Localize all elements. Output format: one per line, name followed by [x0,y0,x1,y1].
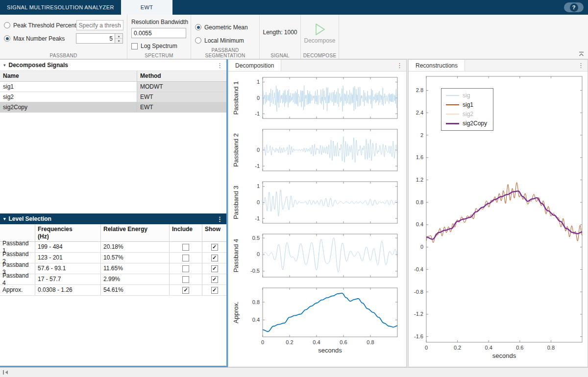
tab-decomposition[interactable]: Decomposition [228,60,281,71]
legend-entry-sig1[interactable]: sig1 [446,101,487,109]
geometric-mean-label: Geometric Mean [204,24,248,31]
legend-line-sample [446,123,459,124]
approx-chart[interactable]: 0.80.400.20.40.60.8secondsApprox. [228,283,406,362]
decompose-section-label: DECOMPOSE [301,53,339,58]
level-energy-cell: 54.61% [101,285,170,295]
signal-row-sig2copy[interactable]: sig2Copy EWT [0,102,226,113]
svg-text:2.8: 2.8 [416,87,423,93]
svg-text:-0.5: -0.5 [250,268,260,274]
signal-method-cell: MODWT [137,82,226,92]
decomposed-signals-panel: ▾ Decomposed Signals ⋮ Name Method sig1 … [0,59,226,366]
svg-text:-0.4: -0.4 [414,266,423,272]
svg-text:0: 0 [257,147,260,153]
tab-reconstructions[interactable]: Reconstructions [409,60,465,71]
reconstructions-chart[interactable]: 2.82.421.61.20.80.40-0.4-0.8-1.2-1.600.2… [409,71,588,367]
signal-name-cell[interactable]: sig2Copy [0,102,137,112]
legend-entry-sig2[interactable]: sig2 [446,110,487,118]
level-selection-title: Level Selection [9,215,51,222]
include-checkbox[interactable] [182,276,189,283]
level-row-passband2[interactable]: Passband 2 123 - 201 10.57% [0,253,226,263]
show-checkbox[interactable] [211,244,218,251]
include-checkbox[interactable] [182,255,189,261]
collapse-triangle-icon[interactable]: ▾ [3,63,6,68]
plot-legend[interactable]: sigsig1sig2sig2Copy [441,88,493,131]
show-checkbox[interactable] [211,276,218,283]
level-table-header: Frequencies (Hz) Relative Energy Include… [0,224,226,242]
svg-text:0: 0 [257,95,260,101]
level-row-passband1[interactable]: Passband 1 199 - 484 20.18% [0,242,226,253]
svg-text:0.8: 0.8 [547,345,555,351]
tab-menu-icon[interactable]: ⋮ [578,62,584,69]
spinner-down-icon[interactable]: ▾ [115,38,122,43]
reconstructions-panel: Reconstructions ⋮ 2.82.421.61.20.80.40-0… [408,59,588,367]
signal-name-cell[interactable]: sig1 [0,82,137,92]
include-checkbox[interactable] [182,287,189,294]
local-minimum-radio[interactable] [195,37,201,44]
svg-text:0.4: 0.4 [485,345,492,351]
svg-text:0: 0 [425,345,428,351]
panel-menu-icon[interactable]: ⋮ [217,62,223,69]
collapse-toolstrip-icon [578,51,585,57]
include-checkbox[interactable] [182,265,189,272]
passband1-chart[interactable]: 10-1Passband 1 [228,72,406,124]
level-row-passband4[interactable]: Passband 4 17 - 57.7 2.99% [0,274,226,285]
level-energy-cell: 2.99% [101,274,170,284]
approx-plot: 0.80.400.20.40.60.8secondsApprox. [228,283,406,362]
collapse-panel-button[interactable] [2,369,9,376]
help-button[interactable]: ? [564,2,584,12]
minimize-toolstrip-button[interactable] [578,51,585,57]
peak-threshold-radio[interactable] [4,22,10,28]
blank-column-header [0,224,35,241]
passband3-chart[interactable]: 10-1Passband 3 [228,177,406,229]
reconstructions-tabbar: Reconstructions ⋮ [409,60,588,71]
tab-menu-icon[interactable]: ⋮ [396,62,403,69]
legend-label: sig2 [463,111,473,118]
panel-menu-icon[interactable]: ⋮ [217,216,223,222]
max-peaks-input[interactable] [76,33,115,44]
name-column-header: Name [0,71,137,81]
level-row-passband3[interactable]: Passband 3 57.6 - 93.1 11.65% [0,263,226,274]
legend-entry-sig2Copy[interactable]: sig2Copy [446,119,487,127]
signal-row-sig2[interactable]: sig2 EWT [0,92,226,102]
svg-text:1.6: 1.6 [416,154,423,160]
level-name-cell: Passband 4 [0,274,35,284]
legend-label: sig1 [463,101,473,108]
max-peaks-spinner[interactable]: ▴ ▾ [115,33,123,44]
geometric-mean-radio[interactable] [195,24,201,30]
passband-segmentation-section: Geometric Mean Local Minimum PASSBAND SE… [191,15,260,59]
passband4-chart[interactable]: 0.50-0.5Passband 4 [228,229,406,283]
show-checkbox[interactable] [211,255,218,261]
tab-ewt[interactable]: EWT [121,0,173,15]
svg-text:2.4: 2.4 [416,110,423,116]
show-checkbox[interactable] [211,287,218,294]
decompose-button[interactable]: Decompose [305,18,335,48]
spinner-up-icon[interactable]: ▴ [115,34,122,38]
decompose-section: Decompose DECOMPOSE [301,15,339,59]
show-checkbox[interactable] [211,265,218,272]
status-bar [0,367,588,377]
level-row-approx[interactable]: Approx. 0.0308 - 1.26 54.61% [0,285,226,296]
level-name-cell: Approx. [0,285,35,295]
log-spectrum-checkbox[interactable] [131,43,138,49]
svg-text:0: 0 [257,199,260,205]
level-selection-header[interactable]: ▾ Level Selection ⋮ [0,213,226,224]
svg-text:Passband 2: Passband 2 [232,133,240,167]
tab-signal-multiresolution-analyzer[interactable]: SIGNAL MULTIRESOLUTION ANALYZER [0,0,121,15]
signal-row-sig1[interactable]: sig1 MODWT [0,82,226,92]
passband3-plot: 10-1Passband 3 [228,177,406,229]
decomposed-signals-header[interactable]: ▾ Decomposed Signals ⋮ [0,60,226,71]
collapse-triangle-icon[interactable]: ▾ [3,216,6,221]
resolution-bandwidth-input[interactable] [131,28,186,38]
level-frequencies-cell: 17 - 57.7 [35,274,101,284]
signal-name-cell[interactable]: sig2 [0,92,137,102]
legend-entry-sig[interactable]: sig [446,92,487,99]
svg-text:0: 0 [420,244,423,250]
legend-label: sig [463,92,470,99]
include-checkbox[interactable] [182,244,189,251]
log-spectrum-label: Log Spectrum [141,43,177,49]
svg-text:-1: -1 [255,111,260,117]
passband2-chart[interactable]: 0-1Passband 2 [228,124,406,177]
show-column-header: Show [202,224,226,241]
passband2-plot: 0-1Passband 2 [228,124,406,177]
max-peaks-radio[interactable] [4,35,10,42]
